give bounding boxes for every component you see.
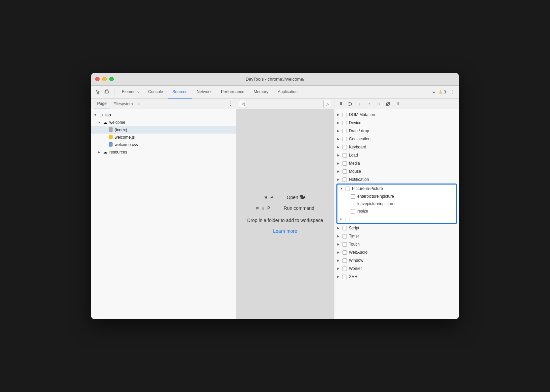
tab-sources[interactable]: Sources xyxy=(168,86,192,99)
bp-checkbox[interactable] xyxy=(342,226,347,230)
bp-checkbox[interactable] xyxy=(342,121,347,125)
spacer xyxy=(103,128,107,132)
bp-label: Media xyxy=(349,161,360,166)
chevron-icon: ▶ xyxy=(337,259,340,262)
step-out-button[interactable]: ↑ xyxy=(365,100,373,108)
bp-mouse[interactable]: ▶ Mouse xyxy=(334,167,459,175)
tree-label: (index) xyxy=(115,128,127,132)
chevron-icon: ▶ xyxy=(337,170,340,173)
tree-item-index[interactable]: (index) xyxy=(91,126,236,134)
bp-load[interactable]: ▶ Load xyxy=(334,151,459,159)
chevron-icon: ▶ xyxy=(337,267,340,270)
chevron-icon: ▶ xyxy=(337,153,340,157)
bp-checkbox[interactable] xyxy=(342,177,347,182)
tree-item-welcomejs[interactable]: welcome.js xyxy=(91,134,236,141)
bp-checkbox[interactable] xyxy=(342,129,347,133)
bp-checkbox[interactable] xyxy=(342,250,347,255)
bp-label: Keyboard xyxy=(349,145,366,149)
subtab-filesystem[interactable]: Filesystem xyxy=(110,99,136,109)
bp-checkbox[interactable] xyxy=(342,161,347,166)
bp-worker[interactable]: ▶ Worker xyxy=(334,264,459,273)
bp-touch[interactable]: ▶ Touch xyxy=(334,240,459,248)
bp-checkbox[interactable] xyxy=(342,234,347,239)
bp-checkbox[interactable] xyxy=(342,137,347,141)
bp-leavepip[interactable]: leavepictureinpicture xyxy=(337,200,456,207)
maximize-button[interactable] xyxy=(109,77,114,81)
bp-xhr[interactable]: ▶ XHR xyxy=(334,273,459,281)
bp-media[interactable]: ▶ Media xyxy=(334,159,459,167)
bp-enterpip[interactable]: enterpictureinpicture xyxy=(337,193,456,200)
bp-checkbox[interactable] xyxy=(346,187,350,191)
tree-item-welcomecss[interactable]: welcome.css xyxy=(91,141,236,148)
more-tabs-button[interactable]: » xyxy=(431,88,437,96)
subtab-menu[interactable]: ⋮ xyxy=(228,101,233,107)
bp-resize[interactable]: resize xyxy=(337,207,456,215)
bp-notification[interactable]: ▶ Notification xyxy=(334,175,459,184)
step-over-button[interactable] xyxy=(347,100,354,108)
close-button[interactable] xyxy=(95,77,100,81)
tree-item-welcome[interactable]: ▼ ☁ welcome xyxy=(91,119,236,126)
bp-sub-checkbox[interactable] xyxy=(351,209,355,214)
bp-checkbox[interactable] xyxy=(342,113,347,117)
bp-dom-mutation[interactable]: ▶ DOM Mutation xyxy=(334,111,459,119)
toggle-sidebar-right-button[interactable]: ▷ xyxy=(323,100,331,108)
bp-checkbox[interactable] xyxy=(342,169,347,174)
file-icon xyxy=(108,127,113,133)
bp-partial[interactable]: ▶ xyxy=(337,215,456,223)
tree-label: resources xyxy=(109,150,127,155)
subtab-more[interactable]: » xyxy=(137,102,140,106)
step-button[interactable]: ↔ xyxy=(375,100,382,108)
bp-sub-checkbox[interactable] xyxy=(351,194,355,199)
minimize-button[interactable] xyxy=(102,77,107,81)
warning-icon: ⚠ xyxy=(438,89,443,95)
bp-checkbox[interactable] xyxy=(342,145,347,149)
tree-item-top[interactable]: ▼ □ top xyxy=(91,111,236,119)
traffic-lights xyxy=(95,77,114,81)
tab-performance[interactable]: Performance xyxy=(216,86,249,99)
bp-checkbox[interactable] xyxy=(342,242,347,247)
bp-label: Geolocation xyxy=(349,137,370,141)
bp-window[interactable]: ▶ Window xyxy=(334,256,459,264)
bp-checkbox[interactable] xyxy=(342,267,347,271)
deactivate-breakpoints-button[interactable] xyxy=(384,100,392,108)
shortcut-run-command: ⌘ ⇧ P Run command xyxy=(256,205,314,211)
bp-sub-label: resize xyxy=(357,209,368,214)
bp-webaudio[interactable]: ▶ WebAudio xyxy=(334,248,459,256)
bp-checkbox[interactable] xyxy=(342,153,347,158)
tab-console[interactable]: Console xyxy=(143,86,168,99)
bp-label: Timer xyxy=(349,234,359,239)
tab-elements[interactable]: Elements xyxy=(117,86,143,99)
tab-network[interactable]: Network xyxy=(192,86,216,99)
pause-on-exception-button[interactable]: ⏸ xyxy=(394,100,401,108)
toggle-sidebar-left-button[interactable]: ◁ xyxy=(239,100,247,108)
inspector-icon[interactable] xyxy=(94,88,102,96)
bp-timer[interactable]: ▶ Timer xyxy=(334,232,459,240)
learn-more-link[interactable]: Learn more xyxy=(273,228,297,234)
bp-keyboard[interactable]: ▶ Keyboard xyxy=(334,143,459,151)
bp-checkbox[interactable] xyxy=(342,275,347,279)
bp-pip[interactable]: ▼ Picture-in-Picture xyxy=(337,185,456,193)
bp-sub-checkbox[interactable] xyxy=(351,202,355,206)
warning-count: 3 xyxy=(444,90,446,94)
device-icon[interactable] xyxy=(103,88,111,96)
chevron-icon: ▶ xyxy=(337,162,340,165)
step-into-button[interactable]: ↓ xyxy=(356,100,363,108)
tree-item-resources[interactable]: ▶ ☁ resources xyxy=(91,148,236,156)
svg-rect-4 xyxy=(109,142,112,146)
tab-memory[interactable]: Memory xyxy=(249,86,273,99)
chevron-icon: ▶ xyxy=(337,178,340,181)
devtools-window: DevTools - chrome://welcome/ Elements Co… xyxy=(91,73,459,319)
bp-geolocation[interactable]: ▶ Geolocation xyxy=(334,135,459,143)
bp-device[interactable]: ▶ Device xyxy=(334,119,459,127)
pause-button[interactable]: ⏸ xyxy=(337,100,345,108)
bp-script[interactable]: ▶ Script xyxy=(334,224,459,232)
bp-drag-drop[interactable]: ▶ Drag / drop xyxy=(334,127,459,135)
warning-badge: ⚠ 3 xyxy=(438,89,446,95)
tab-application[interactable]: Application xyxy=(273,86,302,99)
bp-checkbox[interactable] xyxy=(342,258,347,263)
customize-icon[interactable]: ⋮ xyxy=(448,88,456,96)
tree-label: welcome xyxy=(109,120,125,125)
main-toolbar: Elements Console Sources Network Perform… xyxy=(91,86,459,99)
bp-checkbox[interactable] xyxy=(346,217,350,221)
subtab-page[interactable]: Page xyxy=(94,99,110,109)
